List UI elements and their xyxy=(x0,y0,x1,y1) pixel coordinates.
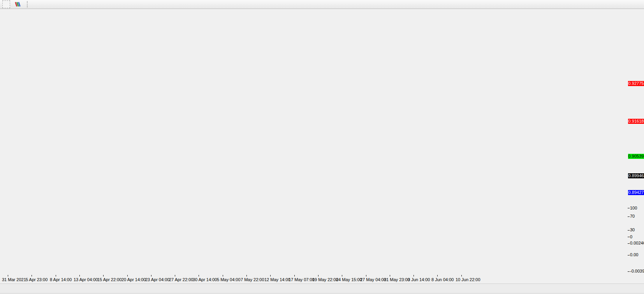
price-badge-0.91618[interactable]: 0.91618 xyxy=(628,119,644,124)
macd-axis-label: 0.002465 xyxy=(630,241,644,246)
date-axis-label: 19 May 22:00 xyxy=(312,277,338,282)
date-axis-label: 17 May 07:00 xyxy=(289,277,315,282)
date-axis-label: 23 Apr 04:00 xyxy=(145,277,169,282)
date-axis-label: 5 Apr 23:00 xyxy=(26,277,48,282)
date-axis-label: 10 Jun 22:00 xyxy=(456,277,480,282)
toolbar xyxy=(0,0,644,9)
colors-tool-button[interactable] xyxy=(14,1,23,8)
date-axis-label: 8 Apr 14:00 xyxy=(50,277,72,282)
rsi-axis-label: 30 xyxy=(630,227,635,232)
date-axis-label: 5 May 04:00 xyxy=(217,277,241,282)
date-axis-label: 7 May 22:00 xyxy=(241,277,264,282)
date-axis-label: 30 Apr 14:00 xyxy=(193,277,217,282)
date-axis-label: 31 May 23:00 xyxy=(384,277,410,282)
mt4-terminal: 100703000.0024650.00-0.0039390.927750.91… xyxy=(0,0,644,294)
date-axis-label: 27 May 04:00 xyxy=(360,277,386,282)
price-badge-0.89427[interactable]: 0.89427 xyxy=(628,190,644,195)
chart-title xyxy=(4,14,16,19)
macd-axis-label: -0.003939 xyxy=(630,269,644,274)
rsi-axis-label: 70 xyxy=(630,214,635,219)
rsi-axis-label: 0 xyxy=(630,234,632,239)
current-price-badge[interactable]: 0.89946 xyxy=(628,173,644,178)
date-axis-label: 3 Jun 14:00 xyxy=(408,277,430,282)
toolbar-separator xyxy=(27,1,30,7)
date-axis-label: 15 Apr 22:00 xyxy=(97,277,121,282)
text-tool-button[interactable] xyxy=(2,0,10,8)
date-axis-label: 8 Jun 04:00 xyxy=(431,277,454,282)
date-axis-label: 27 Apr 22:00 xyxy=(169,277,193,282)
rsi-axis-label: 100 xyxy=(630,206,637,211)
price-badge-0.90539[interactable]: 0.90539 xyxy=(628,154,644,159)
date-axis-label: 20 Apr 14:00 xyxy=(121,277,146,282)
crayons-icon xyxy=(15,2,21,7)
price-badge-0.92775[interactable]: 0.92775 xyxy=(628,81,644,86)
date-axis-label: 12 May 14:00 xyxy=(264,277,290,282)
macd-axis-label: 0.00 xyxy=(630,252,638,257)
date-axis-label: 24 May 15:00 xyxy=(336,277,362,282)
date-axis-label: 31 Mar 2021 xyxy=(2,277,26,282)
symbol-tab-bar xyxy=(0,283,644,293)
chart-canvas[interactable] xyxy=(0,0,644,294)
date-axis-label: 13 Apr 04:00 xyxy=(74,277,98,282)
